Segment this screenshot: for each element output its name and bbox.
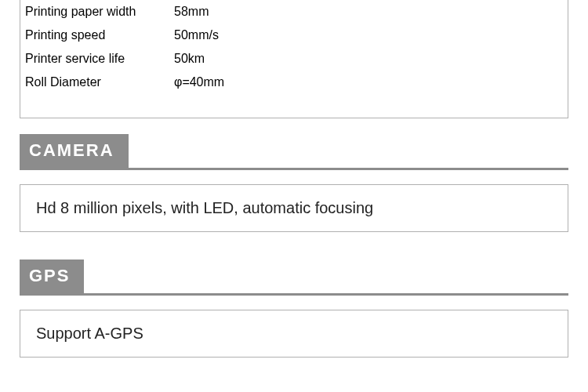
- spec-label: Printing speed: [20, 24, 169, 47]
- camera-content-box: Hd 8 million pixels, with LED, automatic…: [20, 184, 568, 232]
- printing-spec-table: Printing paper width 58mm Printing speed…: [20, 0, 568, 94]
- table-row: Printing speed 50mm/s: [20, 24, 568, 47]
- gps-content-text: Support A-GPS: [36, 325, 552, 343]
- spec-value: φ=40mm: [169, 71, 568, 94]
- gps-section-title: GPS: [20, 260, 84, 293]
- camera-content-text: Hd 8 million pixels, with LED, automatic…: [36, 199, 552, 217]
- spec-label: Printer service life: [20, 47, 169, 71]
- gps-header-wrap: GPS: [20, 260, 568, 296]
- camera-header-wrap: CAMERA: [20, 134, 568, 170]
- spec-value: 58mm: [169, 0, 568, 24]
- table-row: Roll Diameter φ=40mm: [20, 71, 568, 94]
- table-row: Printing paper width 58mm: [20, 0, 568, 24]
- camera-section-title: CAMERA: [20, 134, 129, 168]
- spec-label: Roll Diameter: [20, 71, 169, 94]
- spec-value: 50mm/s: [169, 24, 568, 47]
- printing-spec-box: Printing paper width 58mm Printing speed…: [20, 0, 568, 118]
- spec-value: 50km: [169, 47, 568, 71]
- gps-content-box: Support A-GPS: [20, 310, 568, 358]
- table-row: Printer service life 50km: [20, 47, 568, 71]
- spec-label: Printing paper width: [20, 0, 169, 24]
